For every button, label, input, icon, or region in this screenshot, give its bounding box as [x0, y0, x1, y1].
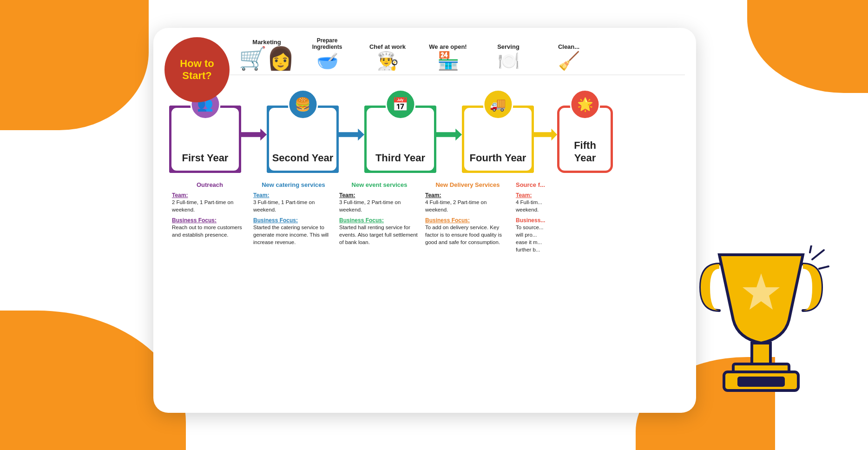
how-to-start-label: How to Start? [164, 58, 230, 82]
icon-cleaning: Clean... 🧹 [539, 43, 599, 70]
bracket-tr-1 [231, 106, 241, 116]
team-label-second: Team: [253, 192, 334, 199]
arrow-3 [436, 129, 462, 141]
bracket-tr-5 [603, 106, 613, 116]
focus-text-first: Reach out to more customers and establis… [172, 224, 248, 238]
team-label-third: Team: [339, 192, 420, 199]
svg-rect-6 [738, 377, 784, 386]
year-block-first: 👥 First Year [169, 106, 241, 173]
icon-chef: Chef at work 👨‍🍳 [357, 43, 418, 70]
info-second-year: New catering services Team: 3 Full-time,… [250, 181, 336, 254]
service-title-fourth: New Delivery Services [425, 181, 510, 188]
arrow-4 [534, 129, 557, 141]
team-label-fifth: Team: [516, 192, 566, 199]
bracket-tl-5 [557, 106, 567, 116]
focus-text-second: Started the catering service to generate… [253, 224, 334, 246]
bracket-bl-1 [169, 163, 179, 173]
focus-label-fifth: Business... [516, 217, 566, 224]
focus-label-third: Business Focus: [339, 217, 420, 224]
team-text-fifth: 4 Full-tim... weekend. [516, 199, 566, 213]
service-title-first: Outreach [172, 181, 248, 188]
tablet-card: How to Start? Marketing 🛒👩 PrepareIngred… [153, 28, 696, 413]
bracket-tr-3 [426, 106, 436, 116]
bracket-bl-5 [557, 163, 567, 173]
focus-text-third: Started hall renting service for events.… [339, 224, 420, 246]
year-title-third: Third Year [375, 152, 425, 164]
icon-serving: Serving 🍽️ [478, 43, 539, 70]
bracket-tr-4 [524, 106, 534, 116]
trophy-decoration [691, 245, 840, 422]
icon-open: We are open! 🏪 [418, 43, 478, 70]
bracket-tl-2 [267, 106, 277, 116]
year-block-second: 🍔 Second Year [267, 106, 339, 173]
service-title-fifth: Source f... [516, 181, 566, 188]
svg-line-2 [810, 245, 811, 252]
year-title-first: First Year [182, 152, 229, 164]
focus-label-fourth: Business Focus: [425, 217, 510, 224]
bracket-br-4 [524, 163, 534, 173]
service-title-third: New event services [339, 181, 420, 188]
bracket-tl-4 [462, 106, 472, 116]
icon-marketing: Marketing 🛒👩 [237, 39, 297, 70]
bracket-br-5 [603, 163, 613, 173]
focus-text-fifth: To source...will pro...ease it m...furth… [516, 224, 566, 253]
bracket-br-3 [426, 163, 436, 173]
info-fourth-year: New Delivery Services Team: 4 Full-time,… [422, 181, 513, 254]
year-block-third: 📅 Third Year [364, 106, 436, 173]
bracket-tl-3 [364, 106, 375, 116]
year-title-fourth: Fourth Year [470, 152, 526, 164]
bracket-br-1 [231, 163, 241, 173]
focus-text-fourth: To add on delivery service. Key factor i… [425, 224, 510, 246]
service-title-second: New catering services [253, 181, 334, 188]
focus-label-second: Business Focus: [253, 217, 334, 224]
info-third-year: New event services Team: 3 Full-time, 2 … [336, 181, 422, 254]
year-title-second: Second Year [272, 152, 334, 164]
arrow-2 [339, 129, 364, 141]
svg-line-1 [819, 266, 829, 269]
bg-blob-top-right [747, 0, 868, 93]
bracket-tl-1 [169, 106, 179, 116]
team-text-fourth: 4 Full-time, 2 Part-time on weekend. [425, 199, 510, 213]
team-text-second: 3 Full-time, 1 Part-time on weekend. [253, 199, 334, 213]
bracket-br-2 [329, 163, 339, 173]
bracket-bl-4 [462, 163, 472, 173]
year-block-fourth: 🚚 Fourth Year [462, 106, 534, 173]
bracket-bl-2 [267, 163, 277, 173]
year-block-fifth: 🌟 FifthYear [557, 106, 613, 173]
team-label-fourth: Team: [425, 192, 510, 199]
team-text-third: 3 Full-time, 2 Part-time on weekend. [339, 199, 420, 213]
bg-blob-top-left [0, 0, 149, 130]
icon-ingredients: PrepareIngredients 🥣 [297, 37, 357, 70]
info-fifth-year: Source f... Team: 4 Full-tim... weekend.… [513, 181, 569, 254]
team-label-first: Team: [172, 192, 248, 199]
bracket-tr-2 [329, 106, 339, 116]
bracket-bl-3 [364, 163, 375, 173]
svg-line-0 [812, 250, 824, 259]
info-first-year: Outreach Team: 2 Full-time, 1 Part-time … [169, 181, 250, 254]
focus-label-first: Business Focus: [172, 217, 248, 224]
year-title-fifth: FifthYear [574, 139, 596, 164]
team-text-first: 2 Full-time, 1 Part-time on weekend. [172, 199, 248, 213]
arrow-1 [241, 129, 267, 141]
